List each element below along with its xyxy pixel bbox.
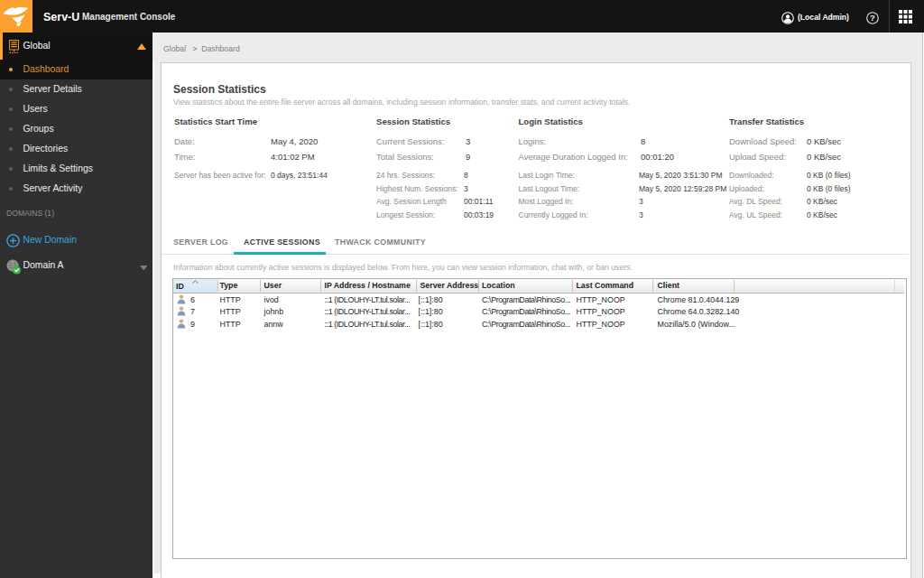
svg-text:?: ? xyxy=(870,13,875,23)
